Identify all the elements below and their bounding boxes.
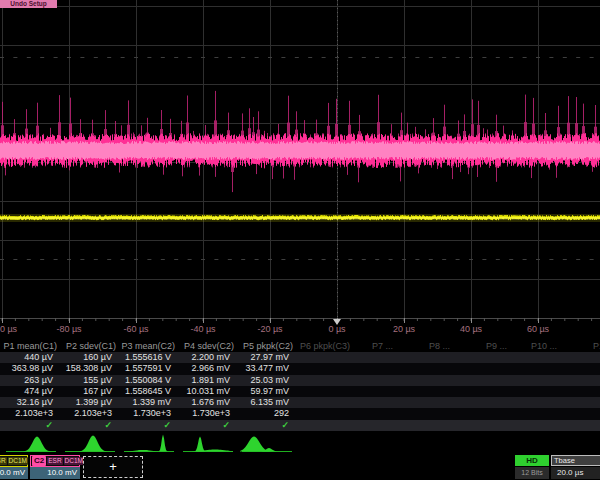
measure-cell: 32.16 µV xyxy=(0,397,59,408)
measure-row-status: ✓✓✓✓✓ xyxy=(0,420,600,431)
status-check-icon: ✓ xyxy=(222,420,230,430)
measure-cell: 25.03 mV xyxy=(236,375,295,386)
add-trace-button[interactable]: + xyxy=(83,456,143,478)
measure-cell: 1.339 mV xyxy=(118,397,177,408)
oscilloscope-screen: -100 µs-80 µs-60 µs-40 µs-20 µs0 µs20 µs… xyxy=(0,0,600,480)
histicon-narrow-spike[interactable] xyxy=(122,435,174,452)
measure-row-max: 474 µV167 µV1.558645 V10.031 mV59.97 mV xyxy=(0,386,600,397)
c2-label: C2 xyxy=(32,456,46,466)
time-axis-label: 40 µs xyxy=(460,324,483,334)
status-check-icon: ✓ xyxy=(45,420,53,430)
measure-cell: 1.558645 V xyxy=(118,386,177,397)
measure-cell: 363.98 µV xyxy=(0,363,59,374)
measure-cell: 1.730e+3 xyxy=(177,408,236,419)
measure-table: P1 mean(C1)P2 sdev(C1)P3 mean(C2)P4 sdev… xyxy=(0,340,600,431)
timebase-descriptor[interactable]: Tbase xyxy=(551,455,600,466)
measure-cell: 2.966 mV xyxy=(177,363,236,374)
measure-cell: 1.676 mV xyxy=(177,397,236,408)
histicon-wide-bell[interactable] xyxy=(240,437,292,452)
measure-histicons xyxy=(0,431,600,455)
measure-cell: ✓ xyxy=(118,420,177,431)
measure-cell: 2.200 mV xyxy=(177,352,236,363)
time-axis-label: 20 µs xyxy=(393,324,416,334)
measure-cell: 292 xyxy=(236,408,295,419)
measure-row-min: 263 µV155 µV1.550084 V1.891 mV25.03 mV xyxy=(0,375,600,386)
measure-param-header[interactable]: P5 pkpk(C2) xyxy=(236,340,295,352)
measure-cell: 167 µV xyxy=(59,386,118,397)
plus-icon: + xyxy=(109,459,117,474)
measure-param-header-unused[interactable]: P10 ... xyxy=(531,340,557,352)
measure-cell: 1.891 mV xyxy=(177,375,236,386)
measure-cell: 158.308 µV xyxy=(59,363,118,374)
undo-setup-button[interactable]: Undo Setup xyxy=(0,0,57,8)
timebase-value: 20.0 µs xyxy=(551,467,600,479)
measure-cell: 474 µV xyxy=(0,386,59,397)
measure-cell: 27.97 mV xyxy=(236,352,295,363)
measure-cell: 59.97 mV xyxy=(236,386,295,397)
time-axis-label: -40 µs xyxy=(190,324,216,334)
histicon-spike-with-tail[interactable] xyxy=(181,437,233,452)
measure-row-value: 440 µV160 µV1.555616 V2.200 mV27.97 mV xyxy=(0,352,600,363)
measure-cell: 155 µV xyxy=(59,375,118,386)
measure-cell: 33.477 mV xyxy=(236,363,295,374)
measure-cell: 2.103e+3 xyxy=(59,408,118,419)
measure-cell: 1.730e+3 xyxy=(118,408,177,419)
measure-cell: 6.135 mV xyxy=(236,397,295,408)
time-axis-label: -80 µs xyxy=(56,324,82,334)
measure-row-mean: 363.98 µV158.308 µV1.557591 V2.966 mV33.… xyxy=(0,363,600,374)
hd-mode-badge[interactable]: HD xyxy=(515,455,549,466)
measure-cell: ✓ xyxy=(59,420,118,431)
channel-c2-descriptor[interactable]: C2 ESR DC1M 10.0 mV xyxy=(30,455,80,479)
status-check-icon: ✓ xyxy=(281,420,289,430)
measure-row-num: 2.103e+32.103e+31.730e+31.730e+3292 xyxy=(0,408,600,419)
waveform-grid: -100 µs-80 µs-60 µs-40 µs-20 µs0 µs20 µs… xyxy=(0,0,600,336)
measure-cell: 440 µV xyxy=(0,352,59,363)
c1-volts-per-div: 10.0 mV xyxy=(0,467,28,479)
measure-row-sdev: 32.16 µV1.399 µV1.339 mV1.676 mV6.135 mV xyxy=(0,397,600,408)
status-check-icon: ✓ xyxy=(104,420,112,430)
measure-cell: 1.399 µV xyxy=(59,397,118,408)
c2-coupling-badge: DC1M xyxy=(64,457,84,465)
measure-param-header-unused[interactable]: P6 pkpk(C3) xyxy=(300,340,350,352)
measure-param-header[interactable]: P2 sdev(C1) xyxy=(59,340,118,352)
measure-param-header-unused[interactable]: P8 ... xyxy=(429,340,450,352)
c2-esr-badge: ESR xyxy=(47,457,62,465)
measure-param-header[interactable]: P4 sdev(C2) xyxy=(177,340,236,352)
histicon-bell[interactable] xyxy=(63,436,115,452)
time-axis-label: -100 µs xyxy=(0,324,18,334)
channel-c1-descriptor[interactable]: C1 ESR DC1M 10.0 mV xyxy=(0,455,28,479)
c1-coupling-badge: DC1M xyxy=(8,457,28,465)
measure-param-header-unused[interactable]: P9 ... xyxy=(486,340,507,352)
measure-cell: ✓ xyxy=(0,420,59,431)
time-axis-label: 0 µs xyxy=(328,324,346,334)
measure-cell: 263 µV xyxy=(0,375,59,386)
c2-volts-per-div: 10.0 mV xyxy=(30,467,80,479)
measure-param-header-unused[interactable]: P7 ... xyxy=(372,340,393,352)
time-axis-label: -60 µs xyxy=(123,324,149,334)
measure-cell: 1.557591 V xyxy=(118,363,177,374)
status-check-icon: ✓ xyxy=(163,420,171,430)
measure-cell: ✓ xyxy=(236,420,295,431)
measure-param-header[interactable]: P1 mean(C1) xyxy=(0,340,59,352)
measure-cell: 160 µV xyxy=(59,352,118,363)
histicon-bell[interactable] xyxy=(4,437,56,452)
measure-cell: 1.555616 V xyxy=(118,352,177,363)
time-axis-label: 60 µs xyxy=(527,324,550,334)
measure-param-header-unused[interactable]: P11 xyxy=(593,340,600,352)
hd-bits-label: 12 Bits xyxy=(515,467,549,479)
measure-cell: ✓ xyxy=(177,420,236,431)
c1-esr-badge: ESR xyxy=(0,457,7,465)
measure-cell: 2.103e+3 xyxy=(0,408,59,419)
measure-cell: 1.550084 V xyxy=(118,375,177,386)
c1-waveform-core xyxy=(0,217,600,219)
measure-param-header[interactable]: P3 mean(C2) xyxy=(118,340,177,352)
time-axis-label: -20 µs xyxy=(257,324,283,334)
measure-table-header: P1 mean(C1)P2 sdev(C1)P3 mean(C2)P4 sdev… xyxy=(0,340,600,352)
measure-cell: 10.031 mV xyxy=(177,386,236,397)
